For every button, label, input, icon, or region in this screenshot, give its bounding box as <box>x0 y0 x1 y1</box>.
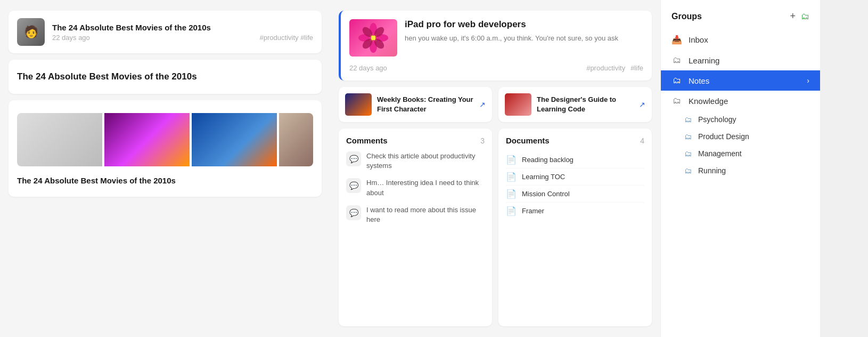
sidebar-item-running[interactable]: 🗂 Running <box>661 162 820 179</box>
comments-count: 3 <box>480 137 485 145</box>
card-tags-1: #productivity #life <box>260 34 313 42</box>
sidebar-item-label-knowledge: Knowledge <box>689 97 809 106</box>
featured-thumbnail <box>349 19 397 57</box>
inbox-icon: 📥 <box>672 35 682 45</box>
doc-icon-1: 📄 <box>506 155 517 165</box>
groups-actions: + 🗂 <box>790 11 809 22</box>
small-card-2[interactable]: The Designer's Guide to Learning Code ↗ <box>498 87 652 122</box>
documents-count: 4 <box>640 137 644 145</box>
comment-text-2: Hm… Interesting idea I need to think abo… <box>366 178 485 197</box>
folder-icon-knowledge: 🗂 <box>672 96 682 106</box>
sidebar-item-knowledge[interactable]: 🗂 Knowledge <box>661 91 820 111</box>
chevron-right-icon: › <box>807 76 809 85</box>
comment-text-3: I want to read more about this issue her… <box>366 205 485 224</box>
folder-icon-learning: 🗂 <box>672 55 682 65</box>
groups-header: Groups + 🗂 <box>661 11 820 29</box>
sidebar-item-notes[interactable]: 🗂 Notes › <box>661 70 820 91</box>
featured-tag-1: #productivity <box>586 64 625 72</box>
doc-name-4: Framer <box>522 207 544 215</box>
small-thumb-2 <box>505 93 531 116</box>
doc-item-2[interactable]: 📄 Learning TOC <box>506 168 644 186</box>
comments-section: Comments 3 💬 Check this article about pr… <box>339 129 492 326</box>
folder-icon-product-design: 🗂 <box>684 132 692 141</box>
sidebar-item-label-running: Running <box>698 166 726 175</box>
doc-icon-2: 📄 <box>506 172 517 182</box>
doc-name-3: Mission Control <box>522 190 570 198</box>
left-panel: 🧑 The 24 Absolute Best Movies of the 201… <box>0 0 330 337</box>
small-card-title-2: The Designer's Guide to Learning Code <box>537 95 634 114</box>
grid-image-3 <box>192 113 277 166</box>
avatar: 🧑 <box>17 18 45 46</box>
comment-item-2[interactable]: 💬 Hm… Interesting idea I need to think a… <box>346 178 485 197</box>
featured-tag-2: #life <box>630 64 643 72</box>
featured-excerpt: hen you wake up, it's 6:00 a.m., you thi… <box>405 33 618 44</box>
card-date-1: 22 days ago <box>52 34 90 42</box>
small-card-title-1: Weekly Books: Creating Your First Charac… <box>377 95 474 114</box>
comment-item-1[interactable]: 💬 Check this article about productivity … <box>346 151 485 171</box>
card-meta-1: 22 days ago #productivity #life <box>52 34 313 42</box>
sidebar-item-learning[interactable]: 🗂 Learning <box>661 50 820 70</box>
comment-icon-1: 💬 <box>346 151 361 166</box>
comments-title: Comments <box>346 136 388 145</box>
doc-item-1[interactable]: 📄 Reading backlog <box>506 151 644 168</box>
sidebar-item-label-inbox: Inbox <box>689 35 809 44</box>
comment-icon-2: 💬 <box>346 178 361 193</box>
featured-footer: 22 days ago #productivity #life <box>349 64 643 72</box>
grid-image-2 <box>104 113 190 166</box>
folder-icon-psychology: 🗂 <box>684 115 692 124</box>
featured-title: iPad pro for web developers <box>405 19 618 30</box>
folder-icon-management: 🗂 <box>684 149 692 158</box>
external-link-icon-1: ↗ <box>479 100 486 109</box>
right-panel: Groups + 🗂 📥 Inbox 🗂 Learning 🗂 Notes › … <box>660 0 820 337</box>
comment-text-1: Check this article about productivity sy… <box>366 151 485 171</box>
add-group-button[interactable]: + <box>790 11 796 22</box>
sidebar-item-label-psychology: Psychology <box>698 115 736 124</box>
folder-icon-notes: 🗂 <box>672 76 682 85</box>
sidebar-item-label-notes: Notes <box>689 76 800 85</box>
doc-item-4[interactable]: 📄 Framer <box>506 203 644 219</box>
grid-image-1 <box>17 113 102 166</box>
documents-title: Documents <box>506 136 550 145</box>
small-thumb-1 <box>345 93 372 116</box>
comments-header: Comments 3 <box>346 136 485 145</box>
comment-icon-3: 💬 <box>346 205 361 220</box>
sidebar-item-label-product-design: Product Design <box>698 132 749 141</box>
card-title-3: The 24 Absolute Best Movies of the 2010s <box>17 172 313 189</box>
doc-item-3[interactable]: 📄 Mission Control <box>506 186 644 203</box>
comment-item-3[interactable]: 💬 I want to read more about this issue h… <box>346 205 485 224</box>
article-card-2[interactable]: The 24 Absolute Best Movies of the 2010s <box>9 60 322 94</box>
article-card-1[interactable]: 🧑 The 24 Absolute Best Movies of the 201… <box>9 11 322 53</box>
person-icon: 🧑 <box>17 18 45 46</box>
groups-title: Groups <box>672 12 702 21</box>
clipboard-icon[interactable]: 🗂 <box>801 12 809 21</box>
doc-icon-3: 📄 <box>506 189 517 199</box>
doc-name-1: Reading backlog <box>522 156 574 164</box>
sidebar-item-product-design[interactable]: 🗂 Product Design <box>661 128 820 145</box>
middle-panel: iPad pro for web developers hen you wake… <box>330 0 660 337</box>
featured-date: 22 days ago <box>349 64 387 72</box>
external-link-icon-2: ↗ <box>639 100 645 109</box>
sidebar-item-label-management: Management <box>698 149 742 158</box>
article-card-3[interactable]: The 24 Absolute Best Movies of the 2010s <box>9 100 322 197</box>
sidebar-item-label-learning: Learning <box>689 56 809 65</box>
card-title-1: The 24 Absolute Best Movies of the 2010s <box>52 23 313 32</box>
doc-name-2: Learning TOC <box>522 173 565 181</box>
featured-card[interactable]: iPad pro for web developers hen you wake… <box>339 11 652 81</box>
doc-icon-4: 📄 <box>506 206 517 216</box>
small-cards-row: Weekly Books: Creating Your First Charac… <box>339 87 652 122</box>
image-grid <box>17 113 313 166</box>
sidebar-item-psychology[interactable]: 🗂 Psychology <box>661 111 820 128</box>
documents-section: Documents 4 📄 Reading backlog 📄 Learning… <box>498 129 652 326</box>
sidebar-item-management[interactable]: 🗂 Management <box>661 145 820 162</box>
folder-icon-running: 🗂 <box>684 166 692 175</box>
bottom-row: Comments 3 💬 Check this article about pr… <box>339 129 652 326</box>
small-card-1[interactable]: Weekly Books: Creating Your First Charac… <box>339 87 492 122</box>
card-title-2: The 24 Absolute Best Movies of the 2010s <box>17 67 313 86</box>
featured-tags: #productivity #life <box>586 64 643 72</box>
sidebar-item-inbox[interactable]: 📥 Inbox <box>661 29 820 50</box>
documents-header: Documents 4 <box>506 136 644 145</box>
grid-image-4 <box>279 113 313 166</box>
